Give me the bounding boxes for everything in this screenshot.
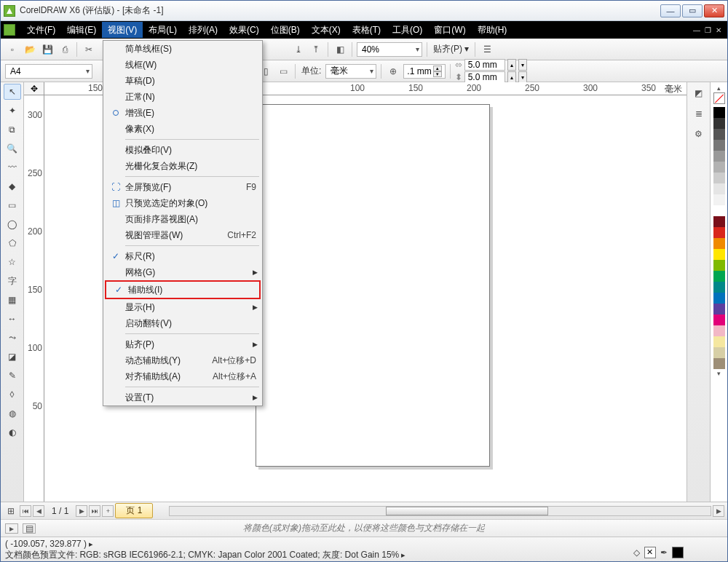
swatch[interactable] (713, 216, 725, 227)
options-icon[interactable]: ☰ (480, 42, 494, 57)
snap-dropdown[interactable]: 贴齐(P) ▾ (432, 43, 470, 55)
docker-object-mgr[interactable]: ≣ (691, 106, 707, 122)
no-color-swatch[interactable] (713, 92, 725, 104)
pagesize-combo[interactable]: A4 (5, 64, 92, 79)
mdi-restore[interactable]: ❐ (705, 26, 711, 34)
swatch[interactable] (713, 325, 725, 336)
swatch[interactable] (713, 151, 725, 162)
menu-0[interactable]: 文件(F) (21, 22, 61, 38)
cut-icon[interactable]: ✂ (82, 42, 96, 57)
menu-1[interactable]: 编辑(E) (61, 22, 102, 38)
swatch[interactable] (713, 271, 725, 282)
minimize-button[interactable]: — (660, 4, 681, 17)
palette-scroll-up[interactable]: ▴ (713, 84, 725, 92)
export-icon[interactable]: ⤒ (309, 42, 323, 57)
menu-item[interactable]: 简单线框(S) (103, 41, 262, 57)
menu-9[interactable]: 工具(O) (387, 22, 428, 38)
menu-11[interactable]: 帮助(H) (472, 22, 513, 38)
swatch[interactable] (713, 304, 725, 314)
menu-item[interactable]: 启动翻转(V) (103, 315, 262, 331)
menu-item[interactable]: 模拟叠印(V) (103, 142, 262, 158)
swatch[interactable] (713, 140, 725, 151)
pick-tool[interactable]: ↖ (4, 84, 21, 100)
menu-item[interactable]: 显示(H)▶ (103, 299, 262, 315)
palette-scroll-down[interactable]: ▾ (713, 369, 725, 378)
menu-item[interactable]: 正常(N) (103, 89, 262, 105)
vertical-ruler[interactable]: 30025020015010050 (24, 95, 44, 502)
offset-y-field[interactable]: 5.0 mm (464, 71, 505, 83)
menu-item[interactable]: 网格(G)▶ (103, 264, 262, 280)
shape-tool[interactable]: ✦ (4, 103, 21, 119)
menu-item[interactable]: 光栅化复合效果(Z) (103, 158, 262, 174)
menu-item[interactable]: 动态辅助线(Y)Alt+位移+D (103, 352, 262, 368)
new-icon[interactable]: ▫ (5, 42, 20, 57)
save-icon[interactable]: 💾 (40, 42, 55, 57)
swatch[interactable] (713, 238, 725, 249)
swatch[interactable] (713, 162, 725, 173)
menu-8[interactable]: 表格(T) (347, 22, 387, 38)
menu-7[interactable]: 文本(X) (306, 22, 347, 38)
menu-item[interactable]: ✓标尺(R) (103, 248, 262, 264)
smart-fill-tool[interactable]: ◆ (4, 178, 21, 194)
menu-item[interactable]: 像素(X) (103, 121, 262, 137)
swatch[interactable] (713, 282, 725, 293)
ellipse-tool[interactable]: ◯ (4, 216, 21, 232)
fill-tool[interactable]: ◍ (4, 405, 21, 422)
swatch[interactable] (713, 227, 725, 238)
page-last[interactable]: ⏭ (89, 505, 100, 517)
swatch[interactable] (713, 336, 725, 347)
menu-10[interactable]: 窗口(W) (428, 22, 471, 38)
menu-3[interactable]: 布局(L) (143, 22, 183, 38)
page-nav-icon[interactable]: ⊞ (4, 504, 18, 518)
swatch[interactable] (713, 118, 725, 129)
menu-item[interactable]: 线框(W) (103, 57, 262, 73)
mdi-close[interactable]: ✕ (716, 26, 721, 34)
unit-combo[interactable]: 毫米 (325, 64, 376, 79)
table-tool[interactable]: ▦ (4, 292, 21, 308)
close-button[interactable]: ✕ (704, 4, 724, 17)
docker-properties[interactable]: ⚙ (691, 126, 707, 142)
eyedropper-tool[interactable]: ✎ (4, 368, 21, 384)
menu-item[interactable]: ⛶全屏预览(F)F9 (103, 179, 262, 195)
menu-2[interactable]: 视图(V) (102, 22, 143, 38)
print-icon[interactable]: ⎙ (58, 42, 72, 57)
nudge-field[interactable]: .1 mm▴▾ (403, 64, 445, 79)
swatch[interactable] (713, 347, 725, 358)
menu-item[interactable]: 页面排序器视图(A) (103, 211, 262, 227)
swatch[interactable] (713, 260, 725, 271)
connector-tool[interactable]: ⤳ (4, 330, 21, 346)
zoom-tool[interactable]: 🔍 (4, 140, 21, 157)
zoom-combo[interactable]: 40% (357, 42, 422, 57)
freehand-tool[interactable]: 〰 (4, 159, 21, 175)
interactive-fill-tool[interactable]: ◐ (4, 424, 21, 440)
docker-hints[interactable]: ◩ (691, 85, 707, 101)
swatch[interactable] (713, 314, 725, 325)
menu-4[interactable]: 排列(A) (183, 22, 223, 38)
polygon-tool[interactable]: ⬠ (4, 235, 21, 251)
import-icon[interactable]: ⤓ (291, 42, 306, 57)
fill-none-swatch[interactable] (644, 547, 656, 558)
swatch[interactable] (713, 205, 725, 216)
offset-x-field[interactable]: 5.0 mm (464, 59, 505, 71)
landscape-icon[interactable]: ▭ (276, 64, 290, 79)
menu-item[interactable]: 视图管理器(W)Ctrl+F2 (103, 227, 262, 243)
swatch[interactable] (713, 249, 725, 260)
menu-5[interactable]: 效果(C) (223, 22, 265, 38)
horizontal-scrollbar[interactable] (169, 506, 711, 516)
menu-item[interactable]: ◫只预览选定的对象(O) (103, 195, 262, 211)
menu-item[interactable]: 增强(E) (103, 105, 262, 121)
menu-item[interactable]: ✓辅助线(I) (105, 280, 261, 299)
menu-item[interactable]: 设置(T)▶ (103, 389, 262, 405)
open-icon[interactable]: 📂 (23, 42, 37, 57)
dimension-tool[interactable]: ↔ (4, 311, 21, 327)
interactive-tool[interactable]: ◪ (4, 349, 21, 365)
swatch[interactable] (713, 358, 725, 369)
crop-tool[interactable]: ⧉ (4, 122, 21, 138)
menu-item[interactable]: 草稿(D) (103, 73, 262, 89)
swatch[interactable] (713, 293, 725, 304)
outline-swatch[interactable] (672, 547, 684, 558)
ruler-corner[interactable]: ✥ (24, 82, 44, 95)
basic-shapes-tool[interactable]: ☆ (4, 254, 21, 270)
outline-tool[interactable]: ◊ (4, 387, 21, 403)
rectangle-tool[interactable]: ▭ (4, 197, 21, 213)
